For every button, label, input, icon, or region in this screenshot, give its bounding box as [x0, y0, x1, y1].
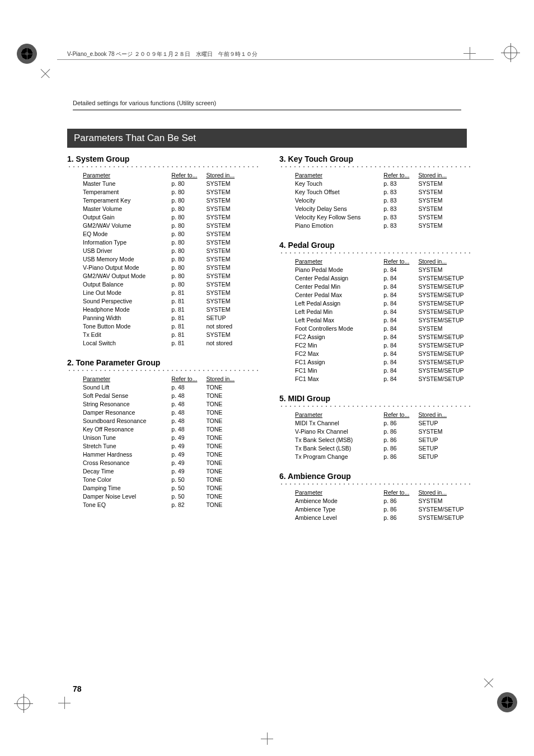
section-head: Detailed settings for various functions … — [73, 100, 461, 110]
cell-parameter: GM2/WAV Volume — [67, 221, 171, 229]
cell-stored-in: SYSTEM — [206, 213, 260, 221]
cell-parameter: Headphone Mode — [67, 305, 171, 313]
cell-parameter: MIDI Tx Channel — [279, 419, 383, 427]
cell-parameter: Ambience Level — [279, 513, 383, 522]
cell-stored-in: SYSTEM — [206, 305, 260, 313]
crop-mark-icon — [36, 64, 54, 82]
col-parameter: Parameter — [279, 410, 383, 419]
cell-refer-to: p. 80 — [171, 263, 206, 271]
table-row: Damper Resonancep. 48TONE — [67, 408, 260, 416]
group-title: 2. Tone Parameter Group — [67, 358, 260, 367]
cell-refer-to: p. 50 — [171, 475, 206, 483]
table-row: Piano Emotionp. 83SYSTEM — [279, 221, 472, 229]
cell-stored-in: SYSTEM — [418, 187, 472, 196]
table-row: Cross Resonancep. 49TONE — [67, 458, 260, 467]
cell-refer-to: p. 86 — [383, 496, 418, 505]
cell-stored-in: SYSTEM — [206, 330, 260, 339]
cell-stored-in: SYSTEM — [206, 297, 260, 305]
right-column: 3. Key Touch GroupParameterRefer to...St… — [279, 154, 472, 533]
table-row: FC2 Maxp. 84SYSTEM/SETUP — [279, 349, 472, 358]
col-stored-in: Stored in... — [418, 410, 472, 419]
table-row: V-Piano Rx Channelp. 86SYSTEM — [279, 427, 472, 435]
cell-parameter: Output Gain — [67, 213, 171, 221]
cell-parameter: Master Tune — [67, 179, 171, 187]
col-stored-in: Stored in... — [418, 488, 472, 496]
cell-parameter: Temperament Key — [67, 196, 171, 204]
table-row: Damper Noise Levelp. 50TONE — [67, 492, 260, 500]
table-row: Tx Editp. 81SYSTEM — [67, 330, 260, 339]
table-row: Tone Button Modep. 81not stored — [67, 322, 260, 330]
cell-stored-in: SETUP — [418, 452, 472, 461]
cell-refer-to: p. 84 — [383, 290, 418, 299]
group-midi: 5. MIDI GroupParameterRefer to...Stored … — [279, 394, 472, 461]
table-row: GM2/WAV Volumep. 80SYSTEM — [67, 221, 260, 229]
cell-refer-to: p. 84 — [383, 341, 418, 349]
cell-parameter: Tone EQ — [67, 500, 171, 509]
table-row: Soundboard Resonancep. 48TONE — [67, 416, 260, 425]
table-row: FC1 Minp. 84SYSTEM/SETUP — [279, 366, 472, 374]
left-column: 1. System GroupParameterRefer to...Store… — [67, 154, 260, 533]
cell-parameter: FC2 Min — [279, 341, 383, 349]
cell-refer-to: p. 84 — [383, 374, 418, 383]
cell-refer-to: p. 82 — [171, 500, 206, 509]
table-row: Decay Timep. 49TONE — [67, 467, 260, 475]
cell-parameter: Center Pedal Max — [279, 290, 383, 299]
col-refer-to: Refer to... — [383, 410, 418, 419]
cell-parameter: Sound Perspective — [67, 297, 171, 305]
content-columns: 1. System GroupParameterRefer to...Store… — [67, 154, 472, 533]
group-title: 5. MIDI Group — [279, 394, 472, 403]
cell-stored-in: TONE — [206, 433, 260, 442]
cell-refer-to: p. 81 — [171, 322, 206, 330]
cell-stored-in: not stored — [206, 339, 260, 347]
cell-refer-to: p. 80 — [171, 271, 206, 280]
cell-parameter: Panning Width — [67, 313, 171, 322]
cell-parameter: Piano Pedal Mode — [279, 265, 383, 274]
table-header-row: ParameterRefer to...Stored in... — [279, 410, 472, 419]
cell-refer-to: p. 80 — [171, 204, 206, 213]
crop-mark-icon — [261, 732, 273, 745]
table-row: V-Piano Output Modep. 80SYSTEM — [67, 263, 260, 271]
table-row: Information Typep. 80SYSTEM — [67, 238, 260, 246]
cell-parameter: FC2 Assign — [279, 332, 383, 341]
cell-refer-to: p. 81 — [171, 288, 206, 297]
col-stored-in: Stored in... — [418, 257, 472, 265]
cell-refer-to: p. 80 — [171, 280, 206, 288]
table-row: Ambience Typep. 86SYSTEM/SETUP — [279, 505, 472, 513]
cell-parameter: Decay Time — [67, 467, 171, 475]
cell-stored-in: TONE — [206, 500, 260, 509]
table-row: Key Touch Offsetp. 83SYSTEM — [279, 187, 472, 196]
table-row: Line Out Modep. 81SYSTEM — [67, 288, 260, 297]
cell-stored-in: SYSTEM — [206, 238, 260, 246]
cell-parameter: Information Type — [67, 238, 171, 246]
cell-stored-in: SYSTEM — [418, 324, 472, 332]
table-row: Tx Bank Select (MSB)p. 86SETUP — [279, 435, 472, 444]
table-row: Master Tunep. 80SYSTEM — [67, 179, 260, 187]
cell-stored-in: SYSTEM/SETUP — [418, 307, 472, 316]
table-row: FC1 Maxp. 84SYSTEM/SETUP — [279, 374, 472, 383]
cell-stored-in: TONE — [206, 383, 260, 391]
table-row: Temperamentp. 80SYSTEM — [67, 187, 260, 196]
dotted-rule-icon — [279, 403, 472, 407]
cell-parameter: Center Pedal Assign — [279, 274, 383, 282]
cell-refer-to: p. 48 — [171, 400, 206, 408]
page: V-Piano_e.book 78 ページ ２００９年１月２８日 水曜日 午前９… — [0, 0, 534, 756]
cell-parameter: Unison Tune — [67, 433, 171, 442]
cell-parameter: Output Balance — [67, 280, 171, 288]
cell-stored-in: SYSTEM/SETUP — [418, 366, 472, 374]
cell-parameter: Key Off Resonance — [67, 425, 171, 433]
cell-refer-to: p. 86 — [383, 452, 418, 461]
table-row: MIDI Tx Channelp. 86SETUP — [279, 419, 472, 427]
cell-parameter: Soft Pedal Sense — [67, 391, 171, 400]
cell-refer-to: p. 84 — [383, 366, 418, 374]
cell-stored-in: SYSTEM/SETUP — [418, 513, 472, 522]
table-row: Left Pedal Assignp. 84SYSTEM/SETUP — [279, 299, 472, 307]
cell-refer-to: p. 80 — [171, 187, 206, 196]
table-row: Foot Controllers Modep. 84SYSTEM — [279, 324, 472, 332]
cell-stored-in: SYSTEM — [206, 288, 260, 297]
cell-refer-to: p. 80 — [171, 229, 206, 238]
table-row: Center Pedal Maxp. 84SYSTEM/SETUP — [279, 290, 472, 299]
cell-refer-to: p. 50 — [171, 492, 206, 500]
table-row: Unison Tunep. 49TONE — [67, 433, 260, 442]
cell-parameter: Sound Lift — [67, 383, 171, 391]
cell-refer-to: p. 83 — [383, 204, 418, 213]
